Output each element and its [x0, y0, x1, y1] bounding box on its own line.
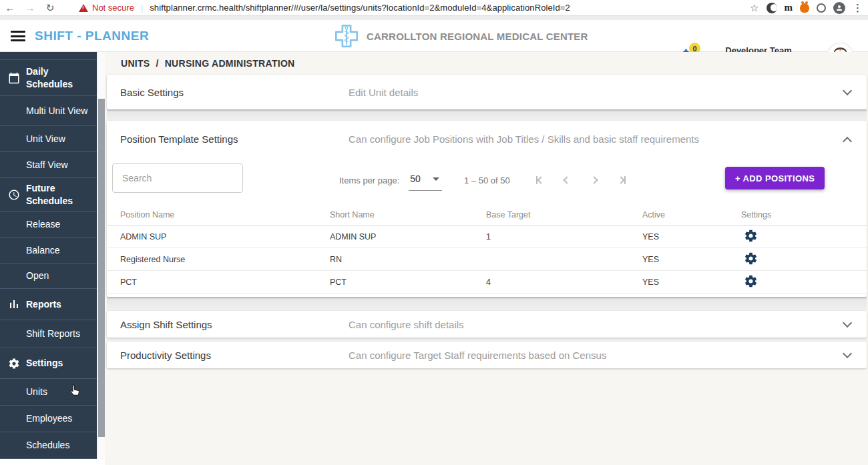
chevron-down-icon[interactable]: [843, 86, 852, 95]
positions-toolbar: Items per page: 50 1 – 50 of 50 + ADD PO…: [107, 157, 867, 205]
browser-actions: ☆ m ⋮: [750, 0, 863, 15]
person-icon: [835, 4, 843, 12]
breadcrumb: UNITS / NURSING ADMINISTRATION: [107, 52, 867, 75]
chrome-strip: [0, 15, 868, 20]
sidebar-item-unit-view[interactable]: Unit View: [0, 126, 97, 152]
panel-title: Position Template Settings: [120, 133, 349, 145]
prev-page-button[interactable]: [559, 172, 575, 188]
browser-profile-icon[interactable]: [833, 2, 845, 14]
sidebar-item-daily-schedules[interactable]: Daily Schedules: [0, 60, 97, 96]
sidebar-scrollbar-thumb[interactable]: [98, 99, 105, 437]
browser-forward-icon[interactable]: →: [20, 2, 40, 13]
sidebar-item-balance[interactable]: Balance: [0, 238, 97, 264]
col-position-name: Position Name: [120, 210, 330, 219]
browser-menu-icon[interactable]: ⋮: [853, 2, 863, 14]
not-secure-label[interactable]: Not secure: [92, 3, 134, 13]
paginator: [531, 172, 630, 188]
chevron-up-icon[interactable]: [843, 136, 852, 145]
panel-gap: [107, 109, 867, 121]
breadcrumb-current: NURSING ADMINISTRATION: [165, 58, 295, 69]
panel-subtitle: Can configure Target Staff requirements …: [349, 350, 606, 361]
paw-extension-icon[interactable]: [800, 3, 809, 13]
panel-subtitle: Can configure shift details: [349, 319, 464, 330]
positions-table-header: Position Name Short Name Base Target Act…: [107, 205, 867, 225]
items-per-page-select[interactable]: 50: [409, 173, 442, 191]
cell-base-target: 4: [486, 278, 642, 287]
col-short-name: Short Name: [330, 210, 486, 219]
not-secure-warning-icon[interactable]: [79, 4, 88, 12]
cell-base-target: 1: [486, 232, 642, 242]
dark-mode-extension-icon[interactable]: [767, 3, 777, 13]
browser-toolbar: ← → ↻ Not secure | shiftplanner.crmc.hea…: [0, 0, 868, 15]
dropdown-caret-icon: [433, 177, 439, 181]
cell-position-name: ADMIN SUP: [120, 232, 330, 242]
browser-back-icon[interactable]: ←: [0, 2, 20, 13]
clock-icon: [8, 189, 20, 201]
panel-title: Assign Shift Settings: [120, 319, 349, 330]
cell-active: YES: [642, 232, 741, 242]
cell-short-name: RN: [330, 255, 486, 264]
productivity-settings-panel: Productivity Settings Can configure Targ…: [107, 342, 867, 368]
calendar-icon: [8, 72, 20, 84]
sidebar-item-open[interactable]: Open: [0, 264, 97, 289]
basic-settings-header[interactable]: Basic Settings Edit Unit details: [107, 75, 867, 109]
menu-hamburger-icon[interactable]: [11, 31, 25, 41]
cell-active: YES: [642, 278, 741, 287]
app-title: SHIFT - PLANNER: [35, 29, 149, 43]
col-active: Active: [642, 210, 741, 219]
cell-position-name: Registered Nurse: [120, 255, 330, 264]
search-input[interactable]: [112, 163, 243, 193]
cell-active: YES: [642, 255, 741, 264]
ring-extension-icon[interactable]: [817, 3, 826, 13]
panel-gap: [107, 297, 867, 311]
sidebar-item-release[interactable]: Release: [0, 212, 97, 238]
panel-title: Productivity Settings: [120, 350, 349, 361]
dashboard-icon: [8, 52, 20, 53]
next-page-button[interactable]: [586, 172, 602, 188]
sidebar-item-settings[interactable]: Settings: [0, 348, 97, 379]
browser-reload-icon[interactable]: ↻: [40, 2, 60, 14]
gear-icon: [8, 358, 20, 370]
sidebar-item-shift-reports[interactable]: Shift Reports: [0, 320, 97, 348]
sidebar-item-future-schedules[interactable]: Future Schedules: [0, 178, 97, 212]
address-bar-url[interactable]: shiftplanner.crmc.health/shiftplanner/#/…: [150, 3, 570, 13]
add-positions-button[interactable]: + ADD POSITIONS: [725, 167, 825, 189]
breadcrumb-separator: /: [156, 58, 159, 69]
main-content: UNITS / NURSING ADMINISTRATION Basic Set…: [105, 52, 868, 465]
sidebar-item-reports[interactable]: Reports: [0, 289, 97, 320]
first-page-button[interactable]: [531, 172, 548, 188]
row-settings-gear-icon[interactable]: [742, 229, 758, 245]
cell-short-name: PCT: [330, 278, 486, 287]
table-row: ADMIN SUP ADMIN SUP 1 YES: [107, 225, 867, 248]
sidebar-item-staff-view[interactable]: Staff View: [0, 152, 97, 178]
sidebar-item-employees[interactable]: Employees: [0, 406, 97, 432]
col-settings: Settings: [741, 210, 867, 219]
row-settings-gear-icon[interactable]: [742, 252, 758, 268]
bar-chart-icon: [8, 298, 20, 310]
search-box: [112, 163, 243, 193]
bookmark-star-icon[interactable]: ☆: [750, 2, 758, 14]
breadcrumb-units[interactable]: UNITS: [121, 58, 150, 69]
row-settings-gear-icon[interactable]: [742, 274, 758, 290]
cell-position-name: PCT: [120, 278, 330, 287]
m-extension-icon[interactable]: m: [785, 2, 793, 13]
chevron-down-icon[interactable]: [843, 318, 852, 328]
col-base-target: Base Target: [486, 210, 642, 219]
assign-shift-settings-panel: Assign Shift Settings Can configure shif…: [107, 311, 867, 338]
last-page-button[interactable]: [614, 172, 630, 188]
productivity-settings-header[interactable]: Productivity Settings Can configure Targ…: [107, 342, 867, 368]
sidebar-item-multi-unit-view[interactable]: Multi Unit View: [0, 96, 97, 126]
position-settings-header[interactable]: Position Template Settings Can configure…: [107, 121, 867, 157]
basic-settings-panel: Basic Settings Edit Unit details: [107, 75, 867, 109]
org-name: CARROLLTON REGIONAL MEDICAL CENTER: [367, 31, 588, 42]
cell-short-name: ADMIN SUP: [330, 232, 486, 242]
org-brand: CARROLLTON REGIONAL MEDICAL CENTER: [332, 22, 588, 50]
panel-subtitle: Can configure Job Positions with Job Tit…: [349, 133, 699, 145]
url-divider: |: [141, 3, 143, 13]
sidebar-item-schedules[interactable]: Schedules: [0, 432, 97, 459]
sidebar-item-dashboard[interactable]: Dashboard: [0, 52, 97, 60]
assign-shift-settings-header[interactable]: Assign Shift Settings Can configure shif…: [107, 311, 867, 338]
chevron-down-icon[interactable]: [843, 349, 852, 358]
app-header: SHIFT - PLANNER CARROLLTON REGIONAL MEDI…: [0, 20, 868, 52]
sidebar-scrollbar[interactable]: [97, 52, 105, 459]
